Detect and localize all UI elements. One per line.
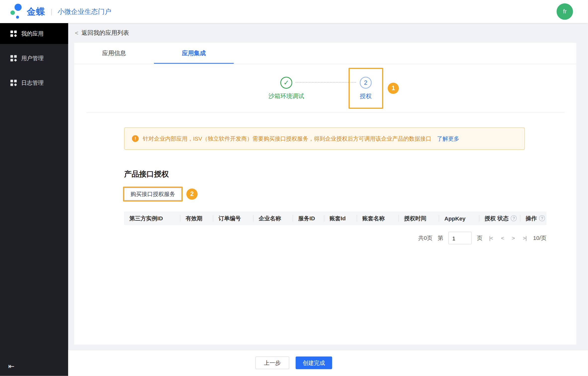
sidebar-item-my-apps[interactable]: 我的应用 xyxy=(0,23,68,44)
sidebar-item-label: 用户管理 xyxy=(21,55,44,62)
th-company-name: 企业名称 xyxy=(253,215,293,222)
buy-row: 购买接口授权服务 2 xyxy=(123,187,576,202)
app-root: 金蝶 | 小微企业生态门户 fr 我的应用 用户管理 日志管理 ⇤ xyxy=(0,0,588,376)
buy-authorization-service-button[interactable]: 购买接口授权服务 xyxy=(124,188,182,200)
last-page-button[interactable]: >| xyxy=(521,235,528,241)
page-number-input[interactable] xyxy=(449,232,472,244)
th-service-id: 服务ID xyxy=(293,215,324,222)
sidebar-item-user-management[interactable]: 用户管理 xyxy=(0,48,68,69)
collapse-icon: ⇤ xyxy=(8,362,14,370)
step-sandbox-debug: ✓ 沙箱环境调试 xyxy=(260,77,312,100)
page-size-text: 10/页 xyxy=(533,234,546,242)
page-suffix: 页 xyxy=(477,234,483,242)
th-label: 有效期 xyxy=(186,215,203,222)
prev-page-button[interactable]: < xyxy=(500,235,505,241)
th-label: 账套名称 xyxy=(362,215,385,222)
step-authorize: 2 授权 xyxy=(340,77,392,100)
th-label: 企业名称 xyxy=(259,215,281,222)
th-label: 操作 xyxy=(526,215,537,222)
portal-title: 小微企业生态门户 xyxy=(58,7,111,16)
topbar: 金蝶 | 小微企业生态门户 fr xyxy=(0,0,588,23)
th-authorization-time: 授权时间 xyxy=(399,215,439,222)
logo-dot xyxy=(10,10,15,15)
step-sandbox-label: 沙箱环境调试 xyxy=(260,92,312,100)
apps-grid-icon xyxy=(10,30,17,37)
footer-buttons: 上一步 创建完成 xyxy=(255,357,332,369)
th-label: 第三方实例ID xyxy=(129,215,163,222)
back-link-label: 返回我的应用列表 xyxy=(82,29,129,37)
help-icon[interactable]: ? xyxy=(539,215,545,221)
th-account-book-name: 账套名称 xyxy=(357,215,399,222)
th-label: AppKey xyxy=(444,215,465,222)
annotation-badge-2: 2 xyxy=(186,188,198,200)
logo-dot xyxy=(16,16,19,19)
sidebar-collapse-button[interactable]: ⇤ xyxy=(8,362,14,371)
footer-bar: 上一步 创建完成 xyxy=(68,350,588,376)
first-page-button[interactable]: |< xyxy=(488,235,494,241)
th-order-number: 订单编号 xyxy=(213,215,253,222)
back-row: < 返回我的应用列表 xyxy=(68,23,588,43)
sidebar-item-log-management[interactable]: 日志管理 xyxy=(0,72,68,93)
step-done-circle: ✓ xyxy=(280,77,292,89)
th-label: 授权时间 xyxy=(404,215,426,222)
brand-name: 金蝶 xyxy=(27,6,45,18)
th-appkey: AppKey xyxy=(439,215,479,222)
warning-icon: ! xyxy=(132,135,139,142)
user-avatar[interactable]: fr xyxy=(557,3,573,20)
next-page-button[interactable]: > xyxy=(510,235,516,241)
tab-app-integration[interactable]: 应用集成 xyxy=(154,43,234,64)
th-third-party-instance-id: 第三方实例ID xyxy=(124,215,180,222)
tab-app-info[interactable]: 应用信息 xyxy=(74,43,154,64)
annotation-box-buy: 购买接口授权服务 xyxy=(123,187,183,202)
tabs: 应用信息 应用集成 xyxy=(74,43,577,64)
th-label: 服务ID xyxy=(298,215,315,222)
pagination: 共0页 第 页 |< < > >| 10/页 xyxy=(74,232,577,244)
back-link[interactable]: < 返回我的应用列表 xyxy=(75,29,129,37)
stepper: ✓ 沙箱环境调试 2 授权 1 xyxy=(74,64,577,113)
main-content: < 返回我的应用列表 应用信息 应用集成 ✓ 沙箱环境调试 xyxy=(68,23,588,376)
back-chevron-icon: < xyxy=(75,30,79,36)
section-title: 产品接口授权 xyxy=(124,169,577,179)
apps-grid-icon xyxy=(10,79,17,86)
app-detail-card: 应用信息 应用集成 ✓ 沙箱环境调试 2 授权 xyxy=(74,43,577,345)
step-authorize-label: 授权 xyxy=(340,92,392,100)
th-validity: 有效期 xyxy=(180,215,213,222)
total-pages-text: 共0页 xyxy=(418,234,433,242)
apps-grid-icon xyxy=(10,55,17,61)
table-header-row: 第三方实例ID 有效期 订单编号 企业名称 服务ID 账套Id 账套名称 授权时… xyxy=(124,212,547,225)
step-current-circle: 2 xyxy=(360,77,372,89)
section-divider xyxy=(86,113,565,113)
notice-text: 针对企业内部应用，ISV（独立软件开发商）需要购买接口授权服务，得到企业授权后方… xyxy=(143,135,431,142)
check-icon: ✓ xyxy=(284,79,289,87)
sidebar-item-label: 我的应用 xyxy=(21,30,44,37)
create-complete-button[interactable]: 创建完成 xyxy=(296,357,332,369)
th-label: 订单编号 xyxy=(218,215,241,222)
brand-separator: | xyxy=(51,8,52,16)
th-label: 授权 状态 xyxy=(485,215,508,222)
notice-banner: ! 针对企业内部应用，ISV（独立软件开发商）需要购买接口授权服务，得到企业授权… xyxy=(124,127,525,150)
learn-more-link[interactable]: 了解更多 xyxy=(437,135,459,142)
th-account-book-id: 账套Id xyxy=(324,215,357,222)
help-icon[interactable]: ? xyxy=(511,215,517,221)
th-authorization-status: 授权 状态 ? xyxy=(479,215,520,222)
th-actions: 操作 ? xyxy=(520,215,547,222)
sidebar-item-label: 日志管理 xyxy=(21,79,44,86)
logo-dot xyxy=(15,4,22,11)
step-number: 2 xyxy=(364,79,367,86)
sidebar: 我的应用 用户管理 日志管理 ⇤ xyxy=(0,23,68,376)
kingdee-logo xyxy=(10,3,24,20)
annotation-box-authorize: 2 授权 xyxy=(349,68,383,109)
th-label: 账套Id xyxy=(330,215,346,222)
annotation-badge-1: 1 xyxy=(388,83,399,94)
previous-step-button[interactable]: 上一步 xyxy=(255,357,290,369)
page-prefix: 第 xyxy=(438,234,443,242)
